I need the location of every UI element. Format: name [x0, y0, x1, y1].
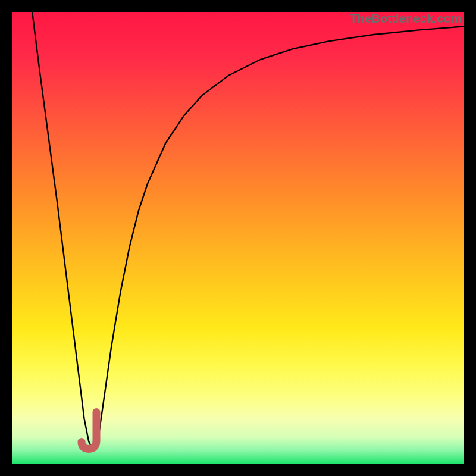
watermark-label: TheBottleneck.com	[350, 12, 462, 26]
plot-background	[12, 12, 464, 464]
bottleneck-plot	[12, 12, 464, 464]
chart-frame: TheBottleneck.com	[12, 12, 464, 464]
